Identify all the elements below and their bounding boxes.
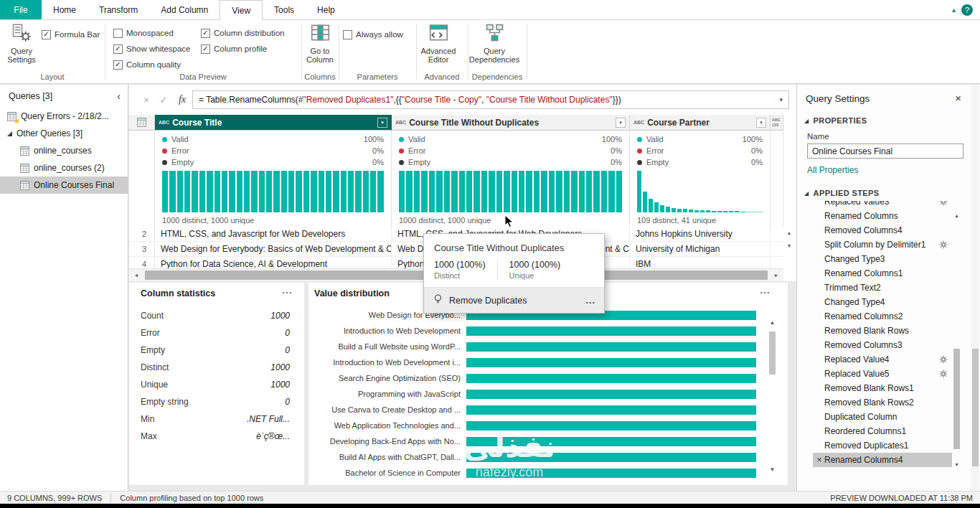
distribution-row[interactable]: Introduction to Web Development	[314, 323, 759, 339]
column-profile-course-partner[interactable]: Valid100%Error0%Empty0%109 distinct, 41 …	[630, 131, 771, 227]
collapse-ribbon-icon[interactable]: ▴	[952, 6, 956, 14]
column-header-course-partner[interactable]: ABCCourse Partner▾	[630, 115, 771, 131]
applied-step-replaced-value3[interactable]: Replaced Value3	[813, 201, 952, 209]
scroll-left-icon[interactable]: ◂	[129, 272, 143, 278]
scrollbar-thumb[interactable]	[972, 349, 979, 466]
step-settings-gear-icon[interactable]	[939, 370, 948, 378]
step-settings-gear-icon[interactable]	[939, 201, 948, 206]
scroll-up-icon[interactable]: ▴	[783, 227, 795, 240]
menu-tab-add-column[interactable]: Add Column	[149, 0, 220, 19]
checkbox-box[interactable]: ✓	[42, 30, 51, 39]
query-dependencies-button[interactable]: Query Dependencies	[471, 23, 518, 76]
column-header-course-title[interactable]: ABCCourse Title▾	[155, 115, 392, 131]
checkbox-column-profile[interactable]: ✓Column profile	[201, 43, 284, 55]
applied-step-changed-type4[interactable]: Changed Type4	[813, 295, 952, 309]
distribution-row[interactable]: Build AI Apps with ChatGPT, Dall...	[314, 449, 759, 465]
distribution-row[interactable]: Use Canva to Create Desktop and ...	[314, 402, 759, 418]
checkbox-box[interactable]: ✓	[113, 44, 123, 54]
grid-vertical-scrollbar[interactable]: ▴ ▾	[783, 227, 795, 268]
applied-step-renamed-columns[interactable]: Renamed Columns	[813, 209, 952, 223]
scroll-right-icon[interactable]: ▸	[769, 272, 783, 278]
filter-dropdown-icon[interactable]: ▾	[377, 118, 387, 128]
distribution-row[interactable]: Build a Full Website using WordP...	[314, 339, 759, 354]
checkbox-column-quality[interactable]: ✓Column quality	[113, 59, 191, 70]
advanced-editor-button[interactable]: Advanced Editor	[418, 23, 459, 76]
applied-step-removed-duplicates1[interactable]: Removed Duplicates1	[813, 438, 952, 453]
checkbox-box[interactable]: ✓	[113, 60, 123, 70]
row-number[interactable]: 2	[129, 227, 155, 241]
menu-tab-view[interactable]: View	[220, 0, 263, 20]
cell[interactable]: University of Michigan	[630, 242, 771, 256]
scroll-up-icon[interactable]: ▴	[771, 319, 774, 326]
menu-tab-tools[interactable]: Tools	[263, 0, 306, 19]
commit-formula-icon[interactable]: ✓	[155, 95, 172, 105]
query-item-online-courses[interactable]: online_courses	[0, 142, 128, 159]
checkbox-monospaced[interactable]: Monospaced	[113, 27, 191, 39]
menu-tab-help[interactable]: Help	[306, 0, 347, 19]
scroll-down-icon[interactable]: ▾	[783, 240, 795, 253]
scroll-down-icon[interactable]: ▾	[955, 461, 958, 468]
menu-tab-file[interactable]: File	[0, 0, 42, 19]
close-icon[interactable]: ×	[955, 92, 961, 104]
group-expander-icon[interactable]	[7, 131, 12, 136]
column-profile-course-title[interactable]: Valid100%Error0%Empty0%1000 distinct, 10…	[155, 131, 392, 227]
all-properties-link[interactable]: All Properties	[807, 165, 858, 175]
applied-step-replaced-value5[interactable]: Replaced Value5	[813, 367, 952, 381]
applied-steps-scrollbar[interactable]: ▴ ▾	[952, 212, 961, 468]
value-distribution-scrollbar[interactable]: ▴ ▾	[767, 319, 778, 473]
panel-scrollbar[interactable]	[971, 85, 979, 491]
applied-step-removed-blank-rows2[interactable]: Removed Blank Rows2	[813, 395, 952, 410]
formula-expand-icon[interactable]: ▾	[779, 96, 783, 103]
checkbox-box[interactable]	[113, 29, 123, 38]
distribution-row[interactable]: Search Engine Optimization (SEO)	[314, 370, 759, 386]
value-distribution-menu-button[interactable]: ...	[760, 286, 771, 296]
applied-step-replaced-value4[interactable]: Replaced Value4	[813, 352, 952, 367]
applied-steps-section-header[interactable]: ◢ APPLIED STEPS	[804, 189, 880, 197]
column-header-course-title-without-duplicates[interactable]: ABCCourse Title Without Duplicates▾	[392, 115, 630, 131]
column-statistics-menu-button[interactable]: ...	[282, 286, 293, 296]
cell[interactable]: Web Design for Everybody: Basics of Web …	[155, 242, 392, 256]
formula-input[interactable]: = Table.RenameColumns(#"Removed Duplicat…	[192, 90, 789, 109]
applied-step-renamed-columns2[interactable]: Renamed Columns2	[813, 309, 952, 324]
applied-step-reordered-columns1[interactable]: Reordered Columns1	[813, 424, 952, 438]
query-settings-button[interactable]: Query Settings	[4, 23, 39, 76]
row-number[interactable]: 3	[129, 242, 155, 256]
applied-step-removed-blank-rows1[interactable]: Removed Blank Rows1	[813, 381, 952, 395]
distribution-row[interactable]: Developing Back-End Apps with No...	[314, 433, 759, 449]
applied-step-duplicated-column[interactable]: Duplicated Column	[813, 410, 952, 424]
menu-tab-transform[interactable]: Transform	[88, 0, 149, 19]
scroll-up-icon[interactable]: ▴	[955, 212, 958, 219]
applied-step-changed-type3[interactable]: Changed Type3	[813, 252, 952, 266]
scrollbar-thumb[interactable]	[769, 331, 776, 375]
queries-collapse-icon[interactable]: ‹	[117, 90, 121, 102]
help-icon[interactable]: ?	[961, 4, 973, 16]
filter-dropdown-icon[interactable]: ▾	[756, 118, 766, 128]
table-menu-button[interactable]	[129, 115, 155, 131]
checkbox-column-distribution[interactable]: ✓Column distribution	[201, 27, 284, 39]
applied-step-split-column-by-delimiter1[interactable]: Split Column by Delimiter1	[813, 237, 952, 252]
scrollbar-thumb[interactable]	[953, 349, 960, 449]
tooltip-more-button[interactable]: ...	[586, 296, 595, 306]
step-settings-gear-icon[interactable]	[939, 240, 948, 249]
query-item-other-queries-3[interactable]: Other Queries [3]	[0, 125, 128, 142]
column-profile-course-title-without-duplicates[interactable]: Valid100%Error0%Empty0%1000 distinct, 10…	[392, 131, 630, 227]
cell[interactable]: HTML, CSS, and Javascript for Web Develo…	[155, 227, 392, 241]
delete-step-icon[interactable]: ×	[814, 455, 824, 465]
distribution-row[interactable]: Web Application Technologies and...	[314, 418, 759, 433]
checkbox-always-allow[interactable]: Always allow	[343, 29, 403, 40]
go-to-column-button[interactable]: Go to Column	[303, 23, 337, 76]
row-number[interactable]: 4	[129, 257, 155, 268]
query-item-online-courses-2[interactable]: online_courses (2)	[0, 159, 128, 177]
applied-step-renamed-columns1[interactable]: Renamed Columns1	[813, 266, 952, 281]
applied-step-removed-blank-rows[interactable]: Removed Blank Rows	[813, 324, 952, 338]
query-name-input[interactable]	[807, 144, 963, 159]
properties-section-header[interactable]: ◢ PROPERTIES	[804, 116, 867, 125]
step-settings-gear-icon[interactable]	[939, 355, 948, 364]
applied-step-removed-columns3[interactable]: Removed Columns3	[813, 338, 952, 352]
checkbox-box[interactable]: ✓	[201, 44, 210, 54]
applied-step-trimmed-text2[interactable]: Trimmed Text2	[813, 281, 952, 295]
remove-duplicates-action[interactable]: Remove Duplicates ...	[424, 287, 604, 313]
column-histogram[interactable]	[399, 171, 622, 212]
scroll-down-icon[interactable]: ▾	[771, 466, 774, 473]
query-item-query-errors-2-18-2[interactable]: Query Errors - 2/18/2...	[0, 108, 128, 125]
